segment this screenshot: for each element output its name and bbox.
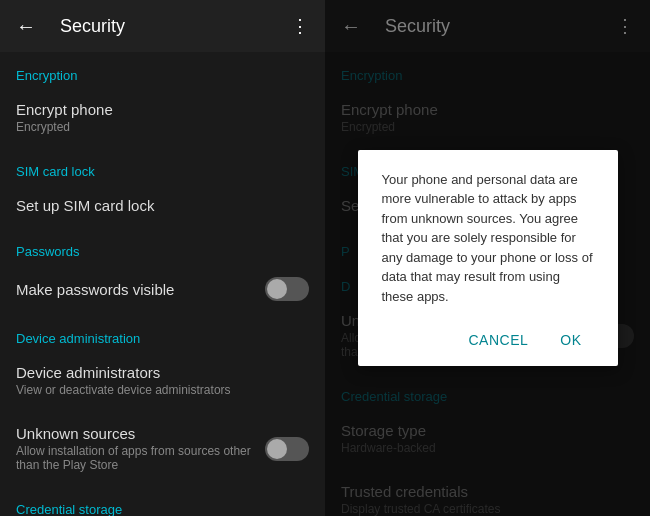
section-sim-left: SIM card lock [0, 148, 325, 183]
encrypt-phone-title: Encrypt phone [16, 101, 309, 118]
passwords-visible-row[interactable]: Make passwords visible [0, 263, 325, 315]
sim-lock-title: Set up SIM card lock [16, 197, 309, 214]
passwords-visible-title: Make passwords visible [16, 281, 253, 298]
warning-dialog: Your phone and personal data are more vu… [358, 150, 618, 367]
passwords-toggle-knob [267, 279, 287, 299]
device-admin-item[interactable]: Device administrators View or deactivate… [0, 350, 325, 411]
sim-lock-item[interactable]: Set up SIM card lock [0, 183, 325, 228]
unknown-sources-subtitle-left: Allow installation of apps from sources … [16, 444, 253, 472]
unknown-sources-toggle-knob-left [267, 439, 287, 459]
passwords-visible-text: Make passwords visible [16, 281, 265, 298]
left-content: Encryption Encrypt phone Encrypted SIM c… [0, 52, 325, 516]
left-panel: ← Security ⋮ Encryption Encrypt phone En… [0, 0, 325, 516]
dialog-message: Your phone and personal data are more vu… [382, 170, 594, 307]
dialog-overlay: Your phone and personal data are more vu… [325, 0, 650, 516]
encrypt-phone-item[interactable]: Encrypt phone Encrypted [0, 87, 325, 148]
passwords-toggle[interactable] [265, 277, 309, 301]
encrypt-phone-subtitle: Encrypted [16, 120, 309, 134]
left-title: Security [60, 16, 291, 37]
more-button-left[interactable]: ⋮ [291, 15, 309, 37]
section-encryption-left: Encryption [0, 52, 325, 87]
cancel-button[interactable]: CANCEL [456, 326, 540, 354]
device-admin-title: Device administrators [16, 364, 309, 381]
section-device-admin-left: Device administration [0, 315, 325, 350]
section-credential-left: Credential storage [0, 486, 325, 516]
device-admin-subtitle: View or deactivate device administrators [16, 383, 309, 397]
unknown-sources-row-left[interactable]: Unknown sources Allow installation of ap… [0, 411, 325, 486]
back-button[interactable]: ← [16, 15, 36, 38]
dialog-buttons: CANCEL OK [382, 326, 594, 354]
ok-button[interactable]: OK [548, 326, 593, 354]
left-topbar: ← Security ⋮ [0, 0, 325, 52]
right-panel: ← Security ⋮ Encryption Encrypt phone En… [325, 0, 650, 516]
unknown-sources-text-left: Unknown sources Allow installation of ap… [16, 425, 265, 472]
section-passwords-left: Passwords [0, 228, 325, 263]
unknown-sources-toggle-left[interactable] [265, 437, 309, 461]
unknown-sources-title-left: Unknown sources [16, 425, 253, 442]
